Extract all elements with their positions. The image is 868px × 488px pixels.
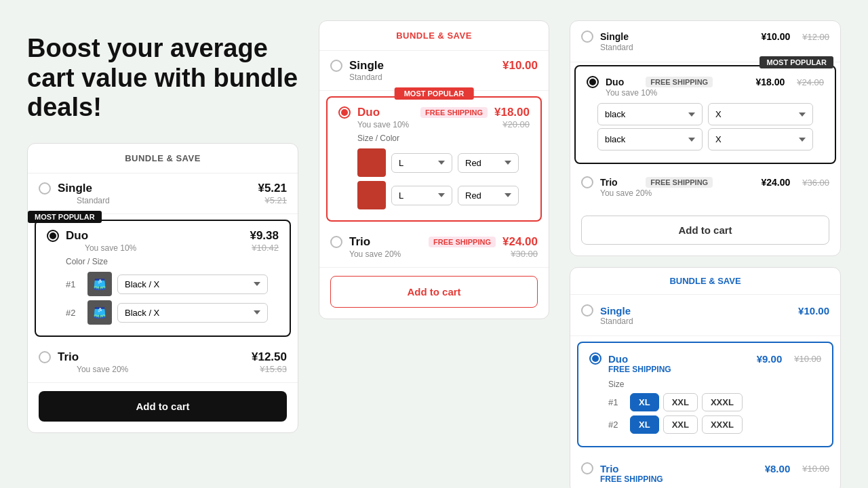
right-bottom-row1-sizes: XL XXL XXXL — [630, 393, 743, 411]
left-single-row: Single ¥5.21 Standard ¥5.21 — [28, 174, 298, 214]
left-trio-row: Trio ¥12.50 You save 20% ¥15.63 — [28, 342, 298, 383]
right-top-trio-strike: ¥36.00 — [802, 178, 829, 188]
left-duo-item1-select[interactable]: Black / X Black / M White / X — [117, 274, 268, 294]
mid-duo-item2: LXLXXL RedBlackWhite — [357, 181, 519, 209]
mid-bundle-card: BUNDLE & SAVE Single ¥10.00 Standard MOS… — [319, 20, 549, 319]
right-bottom-trio-name: Trio — [600, 463, 619, 474]
left-single-radio[interactable] — [39, 182, 51, 195]
left-duo-radio[interactable] — [47, 230, 59, 242]
mid-single-price: ¥10.00 — [502, 59, 538, 73]
right-bottom-trio-row: Trio ¥8.00 ¥10.00 FREE SHIPPING — [570, 453, 840, 488]
mid-duo-item2-color[interactable]: RedBlackWhite — [458, 186, 519, 205]
mid-duo-price: ¥18.00 — [494, 106, 530, 119]
left-duo-item1-thumb: 🩳 — [87, 272, 112, 296]
left-trio-name: Trio — [58, 350, 245, 364]
right-bottom-single-sub: Standard — [581, 317, 829, 326]
left-duo-item1: #1 🩳 Black / X Black / M White / X — [66, 272, 268, 296]
left-duo-selectors: #1 🩳 Black / X Black / M White / X — [47, 269, 279, 327]
right-bottom-duo-strike: ¥10.00 — [794, 354, 821, 364]
mid-add-to-cart-button[interactable]: Add to cart — [330, 276, 538, 308]
mid-duo-strike: ¥20.00 — [502, 119, 530, 129]
right-top-duo-save: You save 10% — [587, 88, 824, 98]
right-bottom-trio-shipping: FREE SHIPPING — [581, 474, 829, 484]
mid-duo-save: You save 10% — [357, 120, 409, 129]
right-bottom-duo-radio[interactable] — [589, 352, 601, 365]
mid-trio-radio[interactable] — [330, 236, 342, 248]
left-add-to-cart-button[interactable]: Add to cart — [39, 391, 287, 422]
mid-duo-selectors: LXLXXL RedBlackWhite LXLXXL — [338, 146, 530, 212]
right-top-card: Single ¥10.00 ¥12.00 Standard MOST POPUL… — [570, 20, 841, 256]
left-single-strike: ¥5.21 — [264, 195, 287, 205]
mid-trio-save: You save 20% — [349, 249, 401, 259]
right-top-duo-dd1[interactable]: blackwhite — [597, 103, 703, 125]
left-duo-strike: ¥10.42 — [252, 243, 279, 253]
right-top-trio-shipping: FREE SHIPPING — [646, 177, 713, 188]
mid-duo-wrapper: MOST POPULAR Duo FREE SHIPPING ¥18.00 Yo… — [319, 96, 549, 222]
right-bottom-trio-strike: ¥10.00 — [802, 464, 829, 474]
mid-duo-radio[interactable] — [338, 106, 351, 119]
left-duo-price: ¥9.38 — [250, 229, 279, 243]
left-bundle-header: BUNDLE & SAVE — [28, 144, 298, 174]
mid-trio-row: Trio FREE SHIPPING ¥24.00 You save 20% ¥… — [319, 227, 549, 268]
right-top-single-radio[interactable] — [581, 30, 593, 43]
left-duo-row: Duo ¥9.38 You save 10% ¥10.42 Color / Si… — [36, 221, 290, 336]
mid-bundle-header: BUNDLE & SAVE — [319, 21, 549, 51]
right-top-duo-border: Duo FREE SHIPPING ¥18.00 ¥24.00 You save… — [574, 65, 836, 164]
right-bottom-size-section: Size #1 XL XXL XXXL #2 X — [589, 374, 821, 436]
right-bottom-trio-price: ¥8.00 — [765, 463, 791, 474]
left-section: Boost your average cart value with bundl… — [27, 20, 298, 433]
right-bottom-trio-radio[interactable] — [581, 462, 593, 474]
mid-duo-row: Duo FREE SHIPPING ¥18.00 You save 10% ¥2… — [328, 98, 540, 220]
right-section: Single ¥10.00 ¥12.00 Standard MOST POPUL… — [570, 20, 841, 488]
right-top-duo-dropdowns-row2: blackwhite XML — [587, 128, 824, 153]
mid-duo-selected-border: Duo FREE SHIPPING ¥18.00 You save 10% ¥2… — [326, 96, 542, 222]
right-top-duo-radio[interactable] — [587, 76, 599, 88]
right-bottom-row2-label: #2 — [608, 420, 625, 430]
right-top-duo-wrapper: MOST POPULAR Duo FREE SHIPPING ¥18.00 ¥2… — [570, 65, 840, 164]
size-btn-xxxl-row2[interactable]: XXXL — [702, 415, 743, 434]
left-trio-price: ¥12.50 — [252, 350, 287, 364]
size-btn-xl-row2[interactable]: XL — [630, 415, 659, 434]
mid-duo-item1-color[interactable]: RedBlackWhite — [458, 153, 519, 173]
left-duo-wrapper: MOST POPULAR Duo ¥9.38 You save 10% ¥10.… — [28, 220, 298, 337]
right-top-duo-dd3[interactable]: blackwhite — [597, 128, 703, 150]
left-duo-color-label: Color / Size — [47, 253, 279, 269]
mid-duo-item2-size[interactable]: LXLXXL — [391, 186, 452, 205]
right-top-single-name: Single — [600, 31, 674, 42]
right-top-duo-shipping: FREE SHIPPING — [646, 77, 713, 87]
right-top-trio-radio[interactable] — [581, 176, 593, 188]
right-bottom-duo-name: Duo — [608, 353, 628, 365]
right-top-trio-price: ¥24.00 — [761, 177, 790, 188]
left-trio-strike: ¥15.63 — [260, 364, 287, 374]
right-bottom-single-radio[interactable] — [581, 304, 593, 317]
right-bottom-duo-shipping: FREE SHIPPING — [589, 365, 821, 374]
mid-duo-item1: LXLXXL RedBlackWhite — [357, 148, 519, 177]
mid-duo-item2-thumb — [357, 181, 386, 209]
size-btn-xxl-row1[interactable]: XXL — [663, 393, 698, 411]
right-bottom-size-label: Size — [608, 380, 810, 389]
size-btn-xxxl-row1[interactable]: XXXL — [702, 393, 743, 411]
right-top-duo-dd2[interactable]: XML — [708, 103, 813, 125]
right-top-duo-name: Duo — [606, 77, 635, 87]
mid-duo-item1-size[interactable]: LXLXXL — [391, 153, 452, 173]
mid-duo-name: Duo — [357, 106, 410, 119]
middle-section: BUNDLE & SAVE Single ¥10.00 Standard MOS… — [319, 20, 549, 319]
size-btn-xxl-row2[interactable]: XXL — [663, 415, 698, 434]
right-bottom-header: BUNDLE & SAVE — [570, 268, 840, 295]
left-duo-selected-border: Duo ¥9.38 You save 10% ¥10.42 Color / Si… — [35, 220, 291, 337]
left-duo-item1-label: #1 — [66, 279, 82, 289]
right-top-add-to-cart[interactable]: Add to cart — [581, 216, 829, 245]
mid-single-radio[interactable] — [330, 60, 342, 72]
mid-duo-shipping: FREE SHIPPING — [420, 107, 488, 118]
right-bottom-duo-border: Duo ¥9.00 ¥10.00 FREE SHIPPING Size #1 X… — [577, 342, 833, 447]
left-duo-item2-select[interactable]: Black / X Black / M White / X — [117, 303, 268, 323]
left-single-sub: Standard — [58, 196, 110, 205]
left-trio-radio[interactable] — [39, 351, 51, 363]
right-top-duo-dd4[interactable]: XML — [708, 128, 813, 150]
right-bottom-card: BUNDLE & SAVE Single ¥10.00 Standard Du — [570, 267, 841, 488]
right-top-trio-name: Trio — [600, 177, 635, 188]
left-duo-name: Duo — [66, 229, 243, 243]
hero-title: Boost your average cart value with bundl… — [27, 34, 298, 123]
size-btn-xl-row1[interactable]: XL — [630, 393, 659, 411]
right-bottom-single-price: ¥10.00 — [798, 305, 829, 317]
